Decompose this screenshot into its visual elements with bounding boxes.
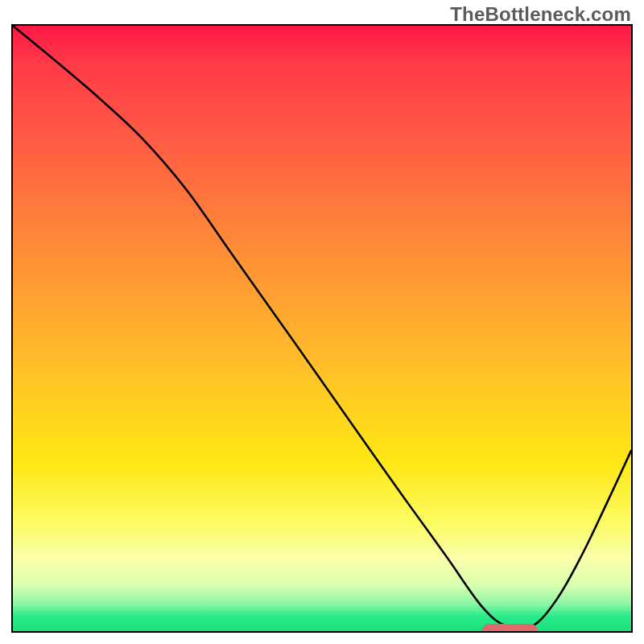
plot-area — [11, 24, 633, 633]
chart-frame: TheBottleneck.com — [0, 0, 644, 644]
watermark-text: TheBottleneck.com — [450, 3, 631, 26]
optimal-range-marker — [482, 624, 539, 633]
bottleneck-curve — [13, 26, 631, 631]
